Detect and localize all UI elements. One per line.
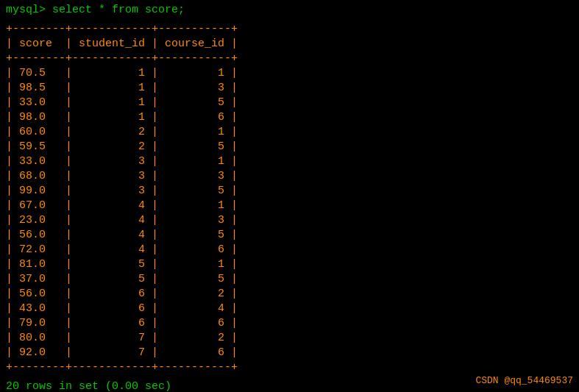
watermark: CSDN @qq_54469537 (475, 375, 573, 386)
table-row: | 81.0 | 5 | 1 | (6, 257, 573, 272)
terminal-window: mysql> select * from score; +--------+--… (0, 0, 579, 392)
table-row: | 43.0 | 6 | 4 | (6, 302, 573, 316)
table-output: +--------+------------+-----------+ | sc… (6, 22, 573, 375)
table-rows: | 70.5 | 1 | 1 || 98.5 | 1 | 3 || 33.0 |… (6, 66, 573, 360)
command-line: mysql> select * from score; (6, 3, 573, 18)
table-row: | 56.0 | 4 | 5 | (6, 228, 573, 243)
table-row: | 67.0 | 4 | 1 | (6, 199, 573, 213)
table-row: | 37.0 | 5 | 5 | (6, 272, 573, 287)
separator-header: +--------+------------+-----------+ (6, 51, 573, 66)
table-row: | 99.0 | 3 | 5 | (6, 184, 573, 199)
separator-bottom: +--------+------------+-----------+ (6, 360, 573, 375)
table-header: | score | student_id | course_id | (6, 37, 573, 51)
table-row: | 23.0 | 4 | 3 | (6, 213, 573, 228)
table-row: | 68.0 | 3 | 3 | (6, 169, 573, 184)
table-row: | 72.0 | 4 | 6 | (6, 243, 573, 257)
table-row: | 33.0 | 1 | 5 | (6, 96, 573, 110)
table-row: | 33.0 | 3 | 1 | (6, 154, 573, 169)
table-row: | 98.0 | 1 | 6 | (6, 110, 573, 125)
table-row: | 59.5 | 2 | 5 | (6, 140, 573, 154)
table-row: | 80.0 | 7 | 2 | (6, 331, 573, 346)
table-row: | 92.0 | 7 | 6 | (6, 346, 573, 360)
table-row: | 79.0 | 6 | 6 | (6, 316, 573, 331)
separator-top: +--------+------------+-----------+ (6, 22, 573, 37)
table-row: | 98.5 | 1 | 3 | (6, 81, 573, 96)
prompt: mysql> (6, 4, 46, 16)
table-row: | 56.0 | 6 | 2 | (6, 287, 573, 302)
command-text: select * from score; (46, 4, 185, 16)
table-row: | 70.5 | 1 | 1 | (6, 66, 573, 81)
table-row: | 60.0 | 2 | 1 | (6, 125, 573, 140)
